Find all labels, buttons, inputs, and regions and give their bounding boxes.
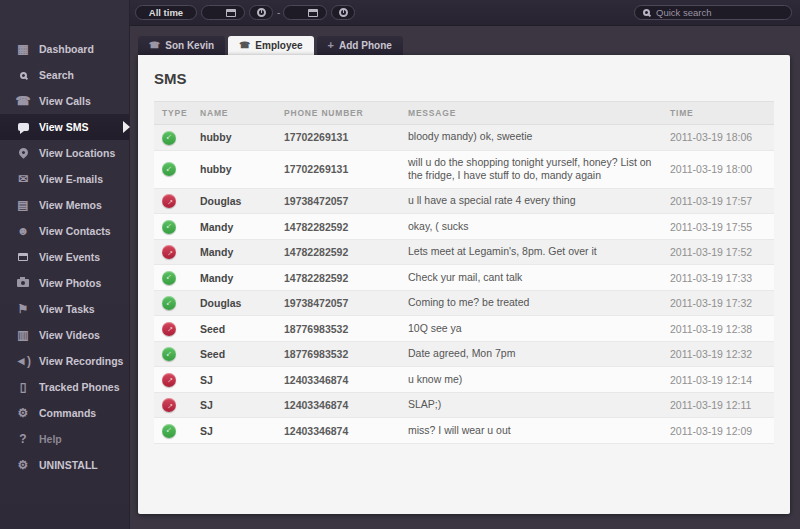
phone-icon: ☎ [14, 95, 32, 107]
sidebar-item-label: Help [39, 433, 62, 445]
search-icon [643, 9, 650, 16]
sms-row[interactable]: →Mandy14782282592okay, ( sucks2011-03-19… [154, 214, 774, 240]
column-header-phone-number[interactable]: PHONE NUMBER [276, 102, 400, 125]
sidebar-item-label: View SMS [39, 121, 88, 133]
sms-time: 2011-03-19 17:52 [662, 239, 774, 265]
sms-phone-number: 14782282592 [276, 239, 400, 265]
sms-row[interactable]: →SJ12403346874u know me)2011-03-19 12:14 [154, 367, 774, 393]
sidebar-item-view-videos[interactable]: ▥View Videos [0, 322, 129, 348]
quick-search-input[interactable] [656, 7, 788, 18]
sidebar-item-help[interactable]: ?Help [0, 426, 129, 452]
sidebar-item-label: View Recordings [39, 355, 123, 367]
sidebar-item-label: View Memos [39, 199, 102, 211]
location-pin-icon [14, 147, 32, 159]
sidebar-item-search[interactable]: Search [0, 62, 129, 88]
sms-row[interactable]: →hubby17702269131will u do the shopping … [154, 150, 774, 188]
sidebar-item-label: UNINSTALL [39, 459, 98, 471]
sidebar-item-view-contacts[interactable]: ☻View Contacts [0, 218, 129, 244]
sms-row[interactable]: →hubby17702269131bloody mandy) ok, sweet… [154, 125, 774, 151]
sms-phone-number: 12403346874 [276, 367, 400, 393]
calendar-icon [226, 9, 236, 17]
sidebar-item-view-tasks[interactable]: ⚑View Tasks [0, 296, 129, 322]
tab-add-phone[interactable]: +Add Phone [317, 36, 403, 55]
date-from-field[interactable] [201, 5, 245, 20]
sidebar-item-commands[interactable]: ⚙Commands [0, 400, 129, 426]
phone-icon: ☎ [149, 41, 160, 50]
date-range-separator: - [277, 7, 280, 18]
sms-time: 2011-03-19 12:32 [662, 341, 774, 367]
sidebar-item-uninstall[interactable]: ⚙UNINSTALL [0, 452, 129, 478]
outgoing-message-icon: → [162, 398, 176, 412]
sms-name: Mandy [192, 265, 276, 291]
sms-row[interactable]: →SJ12403346874miss? I will wear u out201… [154, 418, 774, 444]
tab-son-kevin[interactable]: ☎Son Kevin [138, 36, 225, 55]
column-header-type[interactable]: TYPE [154, 102, 192, 125]
time-filter-dropdown[interactable]: All time [135, 5, 197, 20]
tab-employee[interactable]: ☎Employee [228, 36, 313, 55]
sidebar-item-view-memos[interactable]: ▤View Memos [0, 192, 129, 218]
contacts-icon: ☻ [14, 225, 32, 237]
sms-message: will u do the shopping tonight yurself, … [400, 150, 662, 188]
sms-name: Douglas [192, 188, 276, 214]
sidebar-item-tracked-phones[interactable]: ▯Tracked Phones [0, 374, 129, 400]
main-content: ☎Son Kevin☎Employee+Add Phone SMS TYPENA… [130, 26, 800, 529]
sms-bubble-icon [14, 121, 32, 133]
sms-row[interactable]: →Seed1877698353210Q see ya2011-03-19 12:… [154, 316, 774, 342]
sidebar-item-view-e-mails[interactable]: ✉View E-mails [0, 166, 129, 192]
time-from-button[interactable] [249, 5, 273, 20]
sms-name: Seed [192, 341, 276, 367]
sms-message: Check yur mail, cant talk [400, 265, 662, 291]
sms-row[interactable]: →Douglas19738472057Coming to me? be trea… [154, 290, 774, 316]
speaker-icon: ◄) [14, 355, 32, 367]
sidebar-item-label: View E-mails [39, 173, 103, 185]
sidebar-item-view-events[interactable]: View Events [0, 244, 129, 270]
topbar: All time - [130, 0, 800, 26]
sidebar-item-view-recordings[interactable]: ◄)View Recordings [0, 348, 129, 374]
date-to-field[interactable] [283, 5, 327, 20]
sms-type-cell: → [154, 265, 192, 291]
sms-type-cell: → [154, 290, 192, 316]
sms-message: okay, ( sucks [400, 214, 662, 240]
outgoing-message-icon: → [162, 245, 176, 259]
sms-row[interactable]: →Douglas19738472057u ll have a special r… [154, 188, 774, 214]
sms-phone-number: 19738472057 [276, 290, 400, 316]
sms-phone-number: 17702269131 [276, 150, 400, 188]
app-window: ▦DashboardSearch☎View CallsView SMSView … [0, 0, 800, 529]
sms-time: 2011-03-19 17:57 [662, 188, 774, 214]
column-header-name[interactable]: NAME [192, 102, 276, 125]
sms-row[interactable]: →Mandy14782282592Lets meet at Legamin's,… [154, 239, 774, 265]
sidebar-item-view-sms[interactable]: View SMS [0, 114, 129, 140]
sidebar-item-label: View Contacts [39, 225, 111, 237]
sms-type-cell: → [154, 125, 192, 151]
mobile-phone-icon: ▯ [14, 381, 32, 393]
camera-icon [14, 277, 32, 289]
sms-name: SJ [192, 367, 276, 393]
sidebar: ▦DashboardSearch☎View CallsView SMSView … [0, 0, 130, 529]
sms-row[interactable]: →SJ12403346874SLAP;)2011-03-19 12:11 [154, 392, 774, 418]
sidebar-item-view-photos[interactable]: View Photos [0, 270, 129, 296]
column-header-time[interactable]: TIME [662, 102, 774, 125]
uninstall-gear-icon: ⚙ [14, 459, 32, 471]
sms-row[interactable]: →Mandy14782282592Check yur mail, cant ta… [154, 265, 774, 291]
envelope-icon: ✉ [14, 173, 32, 185]
sms-row[interactable]: →Seed18776983532Date agreed, Mon 7pm2011… [154, 341, 774, 367]
sidebar-item-label: View Locations [39, 147, 115, 159]
sms-type-cell: → [154, 239, 192, 265]
sidebar-item-view-locations[interactable]: View Locations [0, 140, 129, 166]
tab-label: Add Phone [339, 40, 392, 51]
sidebar-item-label: View Videos [39, 329, 100, 341]
gear-icon: ⚙ [14, 407, 32, 419]
incoming-message-icon: → [162, 296, 176, 310]
sms-message: SLAP;) [400, 392, 662, 418]
column-header-message[interactable]: MESSAGE [400, 102, 662, 125]
incoming-message-icon: → [162, 347, 176, 361]
film-icon: ▥ [14, 329, 32, 341]
outgoing-message-icon: → [162, 322, 176, 336]
sidebar-item-view-calls[interactable]: ☎View Calls [0, 88, 129, 114]
sidebar-item-dashboard[interactable]: ▦Dashboard [0, 36, 129, 62]
sms-phone-number: 18776983532 [276, 316, 400, 342]
time-to-button[interactable] [331, 5, 355, 20]
sms-time: 2011-03-19 18:00 [662, 150, 774, 188]
sidebar-item-label: View Calls [39, 95, 91, 107]
page-title: SMS [138, 55, 790, 101]
